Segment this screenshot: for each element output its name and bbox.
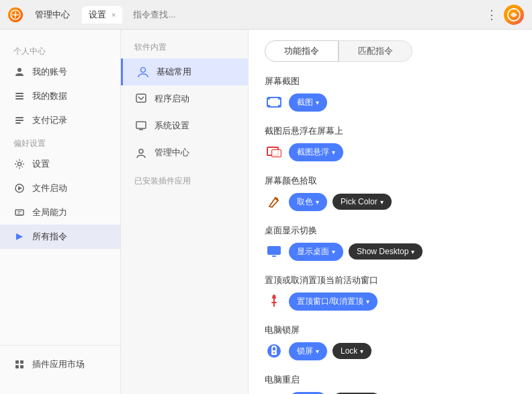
svg-rect-31 [278, 105, 280, 107]
lock-screen-btn[interactable]: 锁屏 ▾ [289, 342, 327, 360]
show-desktop-en-btn[interactable]: Show Desktop ▾ [349, 243, 423, 260]
svg-point-42 [273, 352, 275, 353]
svg-rect-20 [15, 365, 19, 368]
left-sidebar: 个人中心 我的账号 我的数据 [0, 30, 121, 394]
cmd-screenshot-title: 屏幕截图 [265, 75, 516, 87]
sidebar-item-filelaunch[interactable]: 文件启动 [0, 176, 120, 200]
mid-item-system[interactable]: 系统设置 [121, 112, 248, 139]
show-desktop-arrow-icon: ▾ [332, 248, 335, 255]
sidebar-item-global[interactable]: 全局能力 [0, 200, 120, 225]
svg-rect-16 [17, 213, 20, 214]
cmd-screenshot-row: 截图 ▾ [265, 93, 516, 112]
svg-rect-34 [272, 150, 281, 157]
cmd-lock-screen: 电脑锁屏 锁屏 ▾ Lock ▾ [265, 324, 516, 360]
tab-management-center[interactable]: 管理中心 [28, 6, 77, 24]
sidebar-bottom: 插件应用市场 [0, 345, 120, 383]
svg-rect-18 [15, 360, 19, 364]
svg-rect-28 [268, 97, 270, 100]
cmd-desktop-switch-row: 显示桌面 ▾ Show Desktop ▾ [265, 242, 516, 261]
payment-icon [13, 114, 26, 126]
pin-window-arrow-icon: ▾ [366, 298, 369, 305]
cmd-reboot: 电脑重启 重启 ▾ Reboot ▾ [265, 374, 516, 394]
sidebar-item-payment[interactable]: 支付记录 [0, 108, 120, 132]
sidebar-item-data[interactable]: 我的数据 [0, 84, 120, 108]
cmd-color-pick-title: 屏幕颜色拾取 [265, 175, 516, 187]
cmd-lock-screen-title: 电脑锁屏 [265, 324, 516, 336]
mid-item-mgmt[interactable]: 管理中心 [121, 139, 248, 166]
filelaunch-icon [13, 182, 26, 194]
screenshot-btn[interactable]: 截图 ▾ [289, 93, 327, 112]
screenshot-icon [265, 93, 283, 112]
reboot-icon [265, 391, 283, 394]
cmd-color-pick: 屏幕颜色拾取 取色 ▾ Pick Color ▾ [265, 175, 516, 211]
svg-rect-29 [278, 97, 280, 100]
mid-section-title: 软件内置 [121, 39, 248, 58]
global-icon [13, 206, 26, 219]
cmd-desktop-switch: 桌面显示切换 显示桌面 ▾ Show Desktop ▾ [265, 225, 516, 261]
search-input[interactable] [128, 5, 480, 24]
lock-en-arrow-icon: ▾ [360, 348, 363, 355]
plugin-market-icon [13, 358, 26, 370]
more-options-icon[interactable]: ⋮ [486, 7, 498, 22]
mid-panel: 软件内置 基础常用 程序启动 [121, 30, 249, 394]
mid-divider-plugins: 已安装插件应用 [121, 166, 248, 191]
tab-settings[interactable]: 设置 × [82, 6, 122, 24]
svg-rect-9 [15, 120, 24, 121]
pin-window-icon [265, 292, 283, 311]
mgmt-icon [134, 146, 148, 159]
close-tab-icon[interactable]: × [112, 11, 116, 19]
sidebar-section-preferences: 偏好设置 [0, 132, 120, 152]
sidebar-item-settings[interactable]: 设置 [0, 152, 120, 176]
svg-rect-15 [17, 211, 21, 212]
svg-rect-8 [15, 117, 24, 118]
desktop-switch-icon [265, 242, 283, 261]
color-pick-icon [265, 192, 283, 211]
svg-rect-23 [136, 94, 146, 102]
pick-color-btn[interactable]: Pick Color ▾ [332, 194, 392, 210]
tab-bar: 功能指令 匹配指令 [265, 40, 516, 62]
show-desktop-en-arrow-icon: ▾ [411, 248, 414, 255]
svg-rect-19 [20, 360, 24, 364]
app-logo [8, 7, 23, 22]
sidebar-section-personal: 个人中心 [0, 40, 120, 60]
screenshot-float-btn[interactable]: 截图悬浮 ▾ [289, 143, 343, 161]
tab-match-btn[interactable]: 匹配指令 [339, 40, 412, 62]
mid-item-basic[interactable]: 基础常用 [121, 58, 248, 85]
tab-func-btn[interactable]: 功能指令 [265, 40, 339, 62]
topbar: 管理中心 设置 × ⋮ [0, 0, 532, 30]
brand-logo [504, 5, 524, 25]
sidebar-item-allcmds[interactable]: 所有指令 [0, 225, 120, 249]
svg-rect-14 [17, 214, 22, 216]
svg-point-4 [17, 68, 21, 72]
main-layout: 个人中心 我的账号 我的数据 [0, 30, 532, 394]
color-pick-btn[interactable]: 取色 ▾ [289, 193, 327, 211]
settings-icon [13, 158, 26, 170]
svg-rect-6 [15, 95, 24, 97]
cmd-screenshot: 屏幕截图 截图 ▾ [265, 75, 516, 112]
cmd-reboot-title: 电脑重启 [265, 374, 516, 386]
cmd-pin-window: 置顶或取消置顶当前活动窗口 置顶窗口/取消置顶 ▾ [265, 274, 516, 311]
lock-screen-arrow-icon: ▾ [316, 348, 319, 355]
content-area: 功能指令 匹配指令 屏幕截图 截图 ▾ [249, 30, 532, 394]
sidebar-item-account[interactable]: 我的账号 [0, 60, 120, 84]
cmd-color-pick-row: 取色 ▾ Pick Color ▾ [265, 192, 516, 211]
reboot-btn[interactable]: 重启 ▾ [289, 392, 327, 395]
account-icon [13, 66, 26, 78]
mid-item-launch[interactable]: 程序启动 [121, 85, 248, 112]
basic-icon [136, 65, 150, 79]
show-desktop-btn[interactable]: 显示桌面 ▾ [289, 243, 343, 261]
sidebar-item-plugin-market[interactable]: 插件应用市场 [0, 352, 120, 377]
svg-rect-30 [268, 105, 270, 107]
color-pick-arrow-icon: ▾ [316, 198, 319, 206]
cmd-reboot-row: 重启 ▾ Reboot ▾ [265, 391, 516, 394]
svg-rect-38 [272, 255, 276, 257]
screenshot-float-arrow-icon: ▾ [332, 149, 335, 156]
pin-window-btn[interactable]: 置顶窗口/取消置顶 ▾ [289, 292, 378, 311]
data-icon [13, 90, 26, 102]
cmd-screenshot-float: 截图后悬浮在屏幕上 截图悬浮 ▾ [265, 125, 516, 161]
system-icon [134, 119, 148, 132]
svg-point-26 [139, 149, 143, 153]
screenshot-arrow-icon: ▾ [316, 99, 319, 106]
lock-en-btn[interactable]: Lock ▾ [332, 343, 371, 359]
svg-rect-10 [15, 122, 21, 124]
